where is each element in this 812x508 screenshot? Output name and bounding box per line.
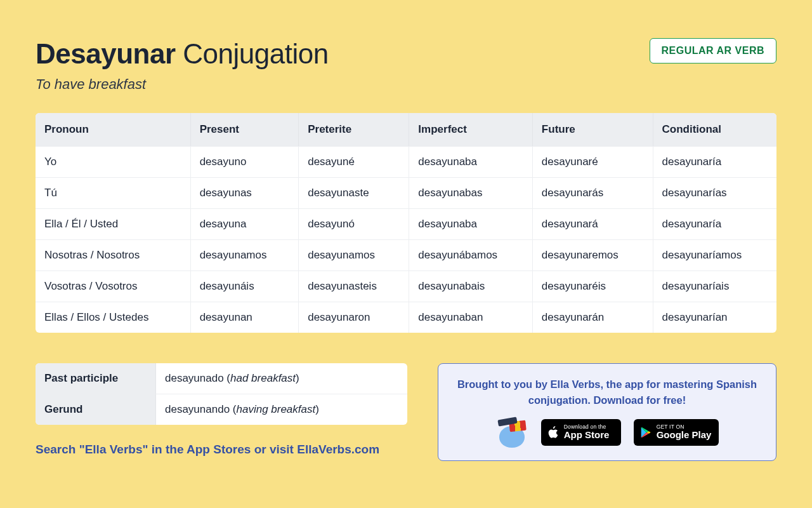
- app-store-big: App Store: [564, 430, 610, 441]
- table-cell: desayunan: [191, 302, 299, 333]
- table-cell: desayunamos: [299, 239, 409, 271]
- bottom-row: Past participle desayunado (had breakfas…: [36, 363, 776, 461]
- table-cell: desayunasteis: [299, 271, 409, 302]
- search-line: Search "Ella Verbs" in the App Stores or…: [36, 443, 407, 457]
- table-cell: Yo: [36, 146, 191, 177]
- col-future: Future: [533, 113, 653, 146]
- table-row: Vosotras / Vosotrosdesayunáisdesayunaste…: [36, 271, 776, 302]
- table-cell: desayunamos: [191, 239, 299, 271]
- table-cell: desayunaríamos: [653, 239, 776, 271]
- table-cell: desayunaba: [409, 208, 533, 239]
- col-present: Present: [191, 113, 299, 146]
- table-row: Nosotras / Nosotrosdesayunamosdesayunamo…: [36, 239, 776, 271]
- table-cell: desayunábamos: [409, 239, 533, 271]
- col-pronoun: Pronoun: [36, 113, 191, 146]
- apple-icon: [547, 426, 559, 439]
- promo-text: Brought to you by Ella Verbs, the app fo…: [454, 377, 761, 408]
- table-cell: desayunará: [533, 208, 653, 239]
- table-cell: desayunaste: [299, 177, 409, 208]
- table-cell: desayunaría: [653, 208, 776, 239]
- google-play-icon: [640, 426, 652, 439]
- table-cell: desayunaréis: [533, 271, 653, 302]
- table-cell: desayunarás: [533, 177, 653, 208]
- table-row: Past participle desayunado (had breakfas…: [36, 363, 407, 394]
- table-row: Yodesayunodesayunédesayunabadesayunaréde…: [36, 146, 776, 177]
- table-cell: Vosotras / Vosotros: [36, 271, 191, 302]
- table-cell: desayunaré: [533, 146, 653, 177]
- table-cell: desayunaremos: [533, 239, 653, 271]
- conjugation-table: Pronoun Present Preterite Imperfect Futu…: [36, 113, 776, 333]
- promo-badges: Download on the App Store GET IT ON Goog…: [454, 417, 761, 448]
- past-participle-value: desayunado (had breakfast): [156, 363, 407, 394]
- bottom-left: Past participle desayunado (had breakfas…: [36, 363, 407, 457]
- table-cell: desayunáis: [191, 271, 299, 302]
- subtitle: To have breakfast: [36, 76, 329, 93]
- table-cell: desayunaría: [653, 146, 776, 177]
- app-store-badge[interactable]: Download on the App Store: [541, 419, 621, 446]
- col-imperfect: Imperfect: [409, 113, 533, 146]
- table-header-row: Pronoun Present Preterite Imperfect Futu…: [36, 113, 776, 146]
- col-conditional: Conditional: [653, 113, 776, 146]
- forms-table: Past participle desayunado (had breakfas…: [36, 363, 407, 425]
- table-cell: desayunas: [191, 177, 299, 208]
- col-preterite: Preterite: [299, 113, 409, 146]
- table-cell: desayunarán: [533, 302, 653, 333]
- gerund-label: Gerund: [36, 394, 156, 425]
- table-cell: desayunó: [299, 208, 409, 239]
- table-cell: desayunaron: [299, 302, 409, 333]
- page-title: Desayunar Conjugation: [36, 38, 329, 70]
- table-cell: desayunaba: [409, 146, 533, 177]
- header: Desayunar Conjugation To have breakfast …: [36, 38, 776, 93]
- promo-box: Brought to you by Ella Verbs, the app fo…: [438, 363, 776, 461]
- verb-type-badge: REGULAR AR VERB: [650, 38, 776, 64]
- verb-name: Desayunar: [36, 38, 176, 69]
- table-row: Gerund desayunando (having breakfast): [36, 394, 407, 425]
- table-row: Ella / Él / Usteddesayunadesayunódesayun…: [36, 208, 776, 239]
- table-cell: Nosotras / Nosotros: [36, 239, 191, 271]
- table-cell: desayunabas: [409, 177, 533, 208]
- table-cell: desayunabais: [409, 271, 533, 302]
- gerund-value: desayunando (having breakfast): [156, 394, 407, 425]
- google-play-big: Google Play: [657, 430, 712, 441]
- table-row: Ellas / Ellos / Ustedesdesayunandesayuna…: [36, 302, 776, 333]
- table-cell: desayuno: [191, 146, 299, 177]
- table-cell: desayuna: [191, 208, 299, 239]
- title-suffix: Conjugation: [183, 38, 328, 69]
- table-cell: desayunarías: [653, 177, 776, 208]
- table-cell: desayunaríais: [653, 271, 776, 302]
- table-cell: Ella / Él / Usted: [36, 208, 191, 239]
- google-play-badge[interactable]: GET IT ON Google Play: [634, 419, 719, 446]
- table-cell: Ellas / Ellos / Ustedes: [36, 302, 191, 333]
- table-cell: desayuné: [299, 146, 409, 177]
- title-block: Desayunar Conjugation To have breakfast: [36, 38, 329, 93]
- past-participle-label: Past participle: [36, 363, 156, 394]
- table-row: Túdesayunasdesayunastedesayunabasdesayun…: [36, 177, 776, 208]
- table-cell: Tú: [36, 177, 191, 208]
- table-cell: desayunaban: [409, 302, 533, 333]
- table-cell: desayunarían: [653, 302, 776, 333]
- mascot-icon: [495, 417, 528, 448]
